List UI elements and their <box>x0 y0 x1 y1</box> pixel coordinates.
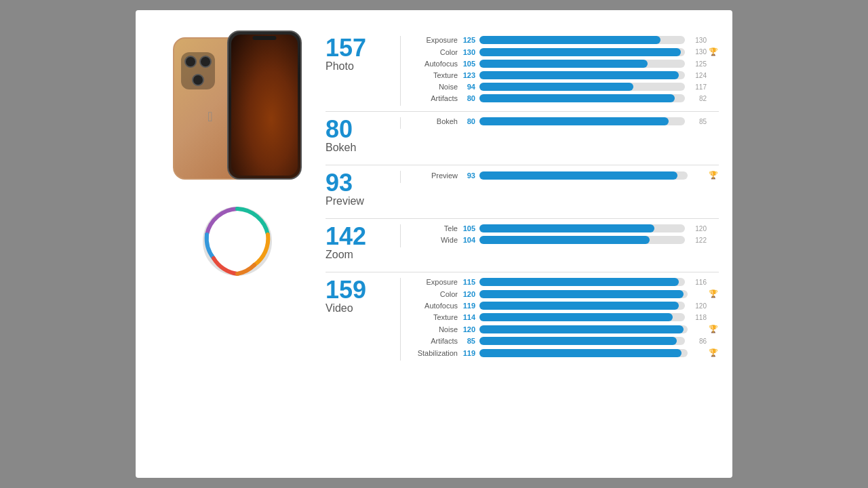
metric-bar-fill <box>479 313 673 321</box>
metric-score-value: 120 <box>458 325 475 333</box>
metrics-area-preview: Preview93🏆 <box>400 171 719 183</box>
metric-row-photo-1: Color130130🏆 <box>409 47 719 56</box>
metric-trophy-icon: 🏆 <box>708 348 719 357</box>
metric-bar-fill <box>479 94 675 102</box>
dxo-ring-svg <box>200 204 275 279</box>
metric-name-label: Tele <box>409 224 458 232</box>
metric-score-value: 85 <box>458 337 475 345</box>
score-area-preview: 93Preview <box>326 171 400 213</box>
metric-bar-fill <box>479 236 650 244</box>
metric-bar-container <box>479 337 685 345</box>
phone-screen <box>231 35 298 176</box>
dxomark-badge <box>200 204 275 279</box>
metric-bar-container <box>479 349 688 357</box>
phone-notch <box>253 36 277 40</box>
metric-bar-fill <box>479 325 684 333</box>
metric-bar-fill <box>479 171 677 180</box>
metric-max-value: 124 <box>688 72 707 79</box>
section-photo: 157PhotoExposure125130Color130130🏆Autofo… <box>326 30 719 111</box>
metric-score-value: 93 <box>458 171 475 180</box>
metric-bar-fill <box>479 278 679 286</box>
section-video: 159VideoExposure115116Color120🏆Autofocus… <box>326 272 719 366</box>
metric-name-label: Wide <box>409 236 458 244</box>
metric-score-value: 125 <box>458 36 475 44</box>
metric-name-label: Autofocus <box>409 60 458 68</box>
score-label-zoom: Zoom <box>326 249 393 261</box>
metric-score-value: 130 <box>458 48 475 56</box>
metric-max-value: 118 <box>688 314 707 321</box>
metric-row-video-0: Exposure115116 <box>409 278 719 286</box>
metric-max-value: 117 <box>688 83 707 91</box>
metric-bar-container <box>479 117 685 125</box>
score-area-photo: 157Photo <box>326 36 400 78</box>
metric-trophy-icon: 🏆 <box>708 171 719 180</box>
apple-logo:  <box>203 109 217 124</box>
metric-bar-container <box>479 48 685 56</box>
metric-name-label: Autofocus <box>409 302 458 310</box>
metric-bar-container <box>479 36 685 44</box>
metric-max-value: 125 <box>688 60 707 68</box>
metric-score-value: 104 <box>458 236 475 244</box>
metrics-area-bokeh: Bokeh8085 <box>400 117 719 129</box>
camera-bump <box>181 52 215 89</box>
section-zoom: 142ZoomTele105120Wide104122 <box>326 218 719 272</box>
camera-dot-1 <box>184 56 197 68</box>
left-panel:  <box>149 30 326 458</box>
score-main-video: 159 <box>326 278 393 302</box>
metric-max-value: 120 <box>688 225 707 232</box>
metric-score-value: 94 <box>458 83 475 91</box>
score-area-zoom: 142Zoom <box>326 224 400 266</box>
metric-row-photo-2: Autofocus105125 <box>409 60 719 68</box>
right-panel: 157PhotoExposure125130Color130130🏆Autofo… <box>326 30 719 458</box>
metric-row-bokeh-0: Bokeh8085 <box>409 117 719 125</box>
score-main-zoom: 142 <box>326 224 393 249</box>
metric-bar-fill <box>479 36 660 44</box>
metric-max-value: 120 <box>688 302 707 310</box>
metric-bar-fill <box>479 349 682 357</box>
metric-name-label: Exposure <box>409 36 458 44</box>
metric-max-value: 130 <box>688 48 707 56</box>
metric-row-video-6: Stabilization119🏆 <box>409 348 719 357</box>
score-main-preview: 93 <box>326 171 393 195</box>
metric-score-value: 80 <box>458 94 475 102</box>
metric-score-value: 115 <box>458 278 475 286</box>
metric-row-video-1: Color120🏆 <box>409 289 719 298</box>
metric-max-value: 122 <box>688 237 707 244</box>
camera-dot-3 <box>192 74 204 86</box>
camera-dot-2 <box>199 56 212 68</box>
metric-row-zoom-0: Tele105120 <box>409 224 719 232</box>
metric-trophy-icon: 🏆 <box>708 47 719 56</box>
main-card:  <box>136 10 732 478</box>
metric-score-value: 105 <box>458 60 475 68</box>
metric-score-value: 80 <box>458 117 475 125</box>
metric-bar-fill <box>479 224 654 232</box>
metrics-area-video: Exposure115116Color120🏆Autofocus119120Te… <box>400 278 719 361</box>
metric-bar-fill <box>479 48 681 56</box>
score-main-photo: 157 <box>326 36 393 60</box>
metric-row-photo-5: Artifacts8082 <box>409 94 719 102</box>
metric-max-value: 82 <box>688 95 707 102</box>
metric-bar-container <box>479 71 685 79</box>
metric-name-label: Noise <box>409 83 458 91</box>
metric-max-value: 130 <box>688 37 707 44</box>
score-area-bokeh: 80Bokeh <box>326 117 400 159</box>
metric-bar-container <box>479 290 688 298</box>
score-main-bokeh: 80 <box>326 117 393 142</box>
metric-name-label: Color <box>409 290 458 298</box>
phone-front <box>227 30 302 180</box>
metric-bar-container <box>479 236 685 244</box>
metric-row-photo-4: Noise94117 <box>409 83 719 91</box>
metric-bar-fill <box>479 117 669 125</box>
metric-bar-container <box>479 325 688 333</box>
metric-row-photo-0: Exposure125130 <box>409 36 719 44</box>
metrics-area-photo: Exposure125130Color130130🏆Autofocus10512… <box>400 36 719 106</box>
metric-row-video-2: Autofocus119120 <box>409 302 719 310</box>
metric-bar-fill <box>479 60 648 68</box>
metric-score-value: 105 <box>458 224 475 232</box>
metric-bar-container <box>479 94 685 102</box>
metric-score-value: 120 <box>458 290 475 298</box>
phone-image:  <box>173 30 302 186</box>
metric-bar-fill <box>479 290 684 298</box>
metric-row-video-3: Texture114118 <box>409 313 719 321</box>
metric-bar-fill <box>479 83 633 91</box>
